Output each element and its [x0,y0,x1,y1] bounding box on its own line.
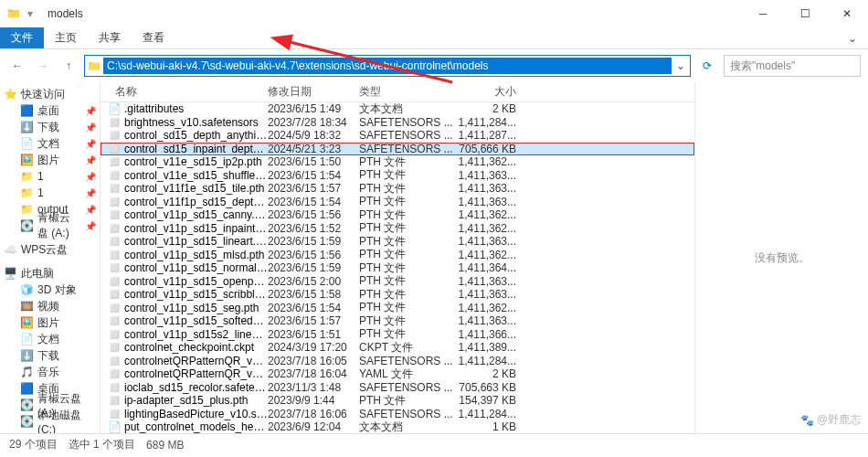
cloud-icon: ☁️ [4,243,16,256]
ribbon-tab-share[interactable]: 共享 [88,27,132,48]
column-type[interactable]: 类型 [359,84,455,100]
sidebar-item-label: 文档 [37,136,59,152]
ribbon-tab-file[interactable]: 文件 [0,27,44,48]
maximize-button[interactable]: ☐ [784,0,826,27]
file-list: 名称 修改日期 类型 大小 📄.gitattributes2023/6/15 1… [101,82,694,433]
file-date: 2023/6/15 1:49 [268,102,359,115]
file-row[interactable]: ◻️control_sd15_depth_anything.safeten...… [101,129,694,143]
file-row[interactable]: ◻️ip-adapter_sd15_plus.pth2023/9/9 1:44P… [101,394,694,408]
close-button[interactable]: ✕ [826,0,868,27]
sidebar-item[interactable]: 💽本地磁盘 (C:) [0,413,100,430]
sidebar-item[interactable]: 💽青椒云盘 (A:)📌 [0,218,100,234]
sidebar-item[interactable]: 🧊3D 对象 [0,282,100,298]
status-bar: 29 个项目 选中 1 个项目 689 MB [0,433,868,455]
file-name: control_v11p_sd15_inpaint.pth [124,222,268,235]
file-name: controlnetQRPatternQR_v2Sd15.safet... [124,355,268,367]
file-icon: ◻️ [108,116,121,129]
status-count: 29 个项目 [9,437,58,452]
sidebar-item[interactable]: 📄文档 [0,331,100,347]
sidebar-item[interactable]: 🟦桌面📌 [0,102,100,119]
sidebar-item-label: 1 [37,170,44,183]
file-icon: 📄 [108,420,121,433]
sidebar-item[interactable]: 📁1📌 [0,168,100,185]
sidebar-thispc[interactable]: 🖥️ 此电脑 [0,265,100,282]
file-icon: ◻️ [108,155,121,168]
nav-up-button[interactable]: ↑ [58,56,79,76]
file-icon: ◻️ [108,367,121,380]
sidebar-item[interactable]: 🎞️视频 [0,298,100,314]
file-name: brightness_v10.safetensors [124,116,259,129]
address-path[interactable]: C:\sd-webui-aki-v4.7\sd-webui-aki-v4.7\e… [103,58,672,74]
file-row[interactable]: ◻️controlnetQRPatternQR_v2Sd15.yaml2023/… [101,367,694,381]
file-row[interactable]: ◻️brightness_v10.safetensors2023/7/28 18… [101,116,694,130]
file-icon: ◻️ [108,288,121,301]
address-bar[interactable]: C:\sd-webui-aki-v4.7\sd-webui-aki-v4.7\e… [84,55,691,77]
file-icon: ◻️ [108,355,121,367]
file-size: 1,411,363... [455,196,533,208]
search-input[interactable]: 搜索"models" [724,55,861,77]
nav-back-button[interactable]: ← [7,56,27,76]
music-icon: 🎵 [20,366,33,378]
folder-icon: 📁 [20,186,33,199]
file-name: ip-adapter_sd15_plus.pth [124,394,248,407]
column-date[interactable]: 修改日期 [268,84,359,100]
video-icon: 🎞️ [20,300,33,313]
sidebar-item[interactable]: 📄文档📌 [0,135,100,152]
file-name: control_v11p_sd15_mlsd.pth [124,249,264,261]
nav-forward-button[interactable]: → [33,56,53,76]
sidebar-wps[interactable]: ☁️ WPS云盘 [0,241,100,258]
pin-icon: 📌 [85,122,96,133]
file-name: controlnetQRPatternQR_v2Sd15.yaml [124,367,268,380]
sidebar-item[interactable]: ⬇️下载📌 [0,119,100,135]
pin-icon: 📌 [85,139,96,149]
folder-icon [85,59,103,72]
pin-icon: 📌 [85,106,96,116]
file-size: 1,411,362... [455,249,533,261]
file-row[interactable]: ◻️controlnet_checkpoint.ckpt2024/3/19 17… [101,341,694,355]
column-size[interactable]: 大小 [455,84,533,100]
sidebar-item-label: 青椒云盘 (A:) [37,210,80,241]
paw-icon: 🐾 [800,414,814,427]
file-type: 文本文档 [359,102,455,117]
file-date: 2023/6/15 1:57 [268,314,359,327]
pin-icon: 📌 [85,188,96,198]
file-date: 2023/6/15 1:59 [268,261,359,274]
sidebar-item-label: 3D 对象 [37,282,77,298]
folder-icon [7,7,20,20]
file-name: .gitattributes [124,102,184,115]
ribbon-expand[interactable]: ⌄ [837,27,868,48]
file-size: 1,411,363... [455,235,533,248]
file-type: SAFETENSORS ... [359,143,455,155]
sidebar-item[interactable]: 🖼️图片 [0,314,100,331]
minimize-button[interactable]: ─ [742,0,784,27]
3d-icon: 🧊 [20,283,33,296]
file-row[interactable]: 📄.gitattributes2023/6/15 1:49文本文档2 KB [101,102,694,116]
download-icon: ⬇️ [20,349,33,362]
sidebar-item[interactable]: 📁1📌 [0,185,100,201]
sidebar-item-label: 下载 [37,120,59,135]
pin-icon: 📌 [85,155,96,165]
file-date: 2023/6/15 1:54 [268,169,359,182]
sidebar-item[interactable]: 🖼️图片📌 [0,152,100,168]
file-size: 1,411,364... [455,261,533,274]
file-icon: ◻️ [108,208,121,221]
pin-icon: 📌 [85,172,96,182]
address-dropdown[interactable]: ⌄ [672,59,690,72]
file-date: 2023/7/18 16:04 [268,367,359,380]
sidebar-quick-access[interactable]: ⭐ 快速访问 [0,86,100,102]
file-date: 2023/7/18 16:05 [268,355,359,367]
file-size: 1,411,362... [455,302,533,314]
sidebar-item[interactable]: ⬇️下载 [0,347,100,364]
file-icon: ◻️ [108,169,121,182]
desktop-icon: 🟦 [20,382,33,395]
file-icon: ◻️ [108,341,121,354]
file-row[interactable]: 📄put_controlnet_models_here.txt2023/6/9 … [101,420,694,433]
ribbon-tab-view[interactable]: 查看 [132,27,175,48]
refresh-button[interactable]: ⟳ [696,55,718,77]
column-name[interactable]: 名称 [108,84,268,100]
search-placeholder: 搜索"models" [730,58,795,74]
file-icon: ◻️ [108,381,121,394]
sidebar-item[interactable]: 🎵音乐 [0,364,100,380]
qat-separator: ▾ [24,7,37,20]
ribbon-tab-home[interactable]: 主页 [44,27,88,48]
